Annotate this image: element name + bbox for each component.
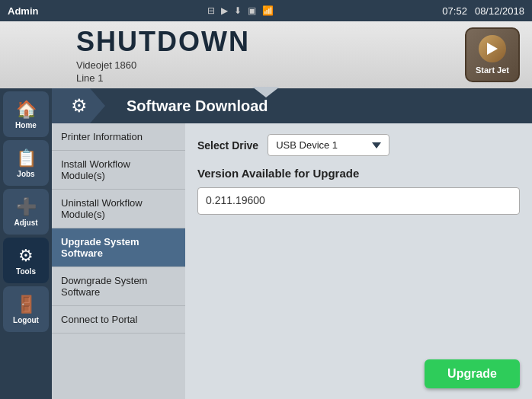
sidebar-item-home[interactable]: 🏠 Home bbox=[3, 91, 49, 137]
menu-printer-info[interactable]: Printer Information bbox=[52, 123, 185, 151]
time-label: 07:52 bbox=[442, 5, 467, 17]
select-drive-row: Select Drive USB Device 1 bbox=[197, 134, 520, 156]
content-body: Printer Information Install Workflow Mod… bbox=[52, 123, 532, 399]
logout-icon: 🚪 bbox=[16, 295, 37, 314]
version-available-label: Version Available for Upgrade bbox=[197, 167, 520, 180]
content-panel: ⚙ Software Download Printer Information … bbox=[52, 88, 532, 399]
gear-icon-container: ⚙ bbox=[64, 91, 95, 121]
sidebar-item-logout[interactable]: 🚪 Logout bbox=[3, 286, 49, 332]
username-label: Admin bbox=[8, 5, 38, 17]
wifi-icon: 📶 bbox=[262, 5, 274, 16]
version-value: 0.211.19600 bbox=[197, 187, 520, 215]
home-icon: 🏠 bbox=[16, 100, 37, 120]
sidebar: 🏠 Home 📋 Jobs ➕ Adjust ⚙ Tools 🚪 Logout bbox=[0, 88, 52, 399]
sidebar-logout-label: Logout bbox=[13, 316, 39, 324]
jobs-icon: 📋 bbox=[16, 148, 37, 168]
header-chevron bbox=[252, 87, 280, 97]
sidebar-item-tools[interactable]: ⚙ Tools bbox=[3, 238, 49, 283]
download-icon: ⬇ bbox=[234, 5, 242, 16]
start-jet-button[interactable]: Start Jet bbox=[465, 27, 520, 82]
top-bar: Admin ⊟ ▶ ⬇ ▣ 📶 07:52 08/12/2018 bbox=[0, 0, 532, 21]
menu-install-workflow[interactable]: Install Workflow Module(s) bbox=[52, 151, 185, 190]
header-area: SHUTDOWN Videojet 1860 Line 1 Start Jet bbox=[0, 21, 532, 88]
sidebar-jobs-label: Jobs bbox=[17, 170, 34, 178]
media-icon: ▣ bbox=[248, 5, 256, 16]
menu-connect-portal[interactable]: Connect to Portal bbox=[52, 306, 185, 334]
line-label: Line 1 bbox=[76, 72, 250, 84]
right-content: Select Drive USB Device 1 Version Availa… bbox=[185, 123, 532, 399]
chevron-down-icon bbox=[372, 142, 381, 148]
upgrade-button[interactable]: Upgrade bbox=[425, 359, 520, 388]
drive-value: USB Device 1 bbox=[276, 139, 366, 151]
start-jet-label: Start Jet bbox=[476, 65, 509, 75]
date-label: 08/12/2018 bbox=[475, 5, 524, 17]
tools-icon: ⚙ bbox=[18, 246, 34, 266]
sidebar-adjust-label: Adjust bbox=[14, 219, 37, 227]
content-header: ⚙ Software Download bbox=[52, 88, 532, 123]
sidebar-tools-label: Tools bbox=[16, 267, 36, 276]
jet-icon bbox=[479, 35, 506, 62]
menu-uninstall-workflow[interactable]: Uninstall Workflow Module(s) bbox=[52, 190, 185, 228]
status-icons: ⊟ ▶ ⬇ ▣ 📶 bbox=[207, 5, 274, 16]
left-menu: Printer Information Install Workflow Mod… bbox=[52, 123, 185, 399]
drive-dropdown[interactable]: USB Device 1 bbox=[268, 134, 389, 156]
sidebar-item-adjust[interactable]: ➕ Adjust bbox=[3, 189, 49, 235]
shutdown-title: SHUTDOWN bbox=[76, 26, 250, 58]
menu-upgrade-system[interactable]: Upgrade System Software bbox=[52, 228, 185, 267]
sidebar-home-label: Home bbox=[15, 121, 37, 129]
gear-icon: ⚙ bbox=[71, 95, 88, 117]
model-label: Videojet 1860 bbox=[76, 59, 250, 71]
main-area: 🏠 Home 📋 Jobs ➕ Adjust ⚙ Tools 🚪 Logout … bbox=[0, 88, 532, 399]
header-title-block: SHUTDOWN Videojet 1860 Line 1 bbox=[76, 26, 250, 84]
section-title: Software Download bbox=[127, 97, 268, 115]
adjust-icon: ➕ bbox=[16, 197, 37, 217]
select-drive-label: Select Drive bbox=[197, 139, 258, 152]
display-icon: ⊟ bbox=[207, 5, 215, 16]
spacer bbox=[197, 222, 520, 352]
datetime-area: 07:52 08/12/2018 bbox=[442, 5, 524, 17]
menu-downgrade-system[interactable]: Downgrade System Software bbox=[52, 267, 185, 306]
sidebar-item-jobs[interactable]: 📋 Jobs bbox=[3, 140, 49, 186]
signal-icon: ▶ bbox=[221, 5, 228, 16]
action-row: Upgrade bbox=[197, 359, 520, 388]
